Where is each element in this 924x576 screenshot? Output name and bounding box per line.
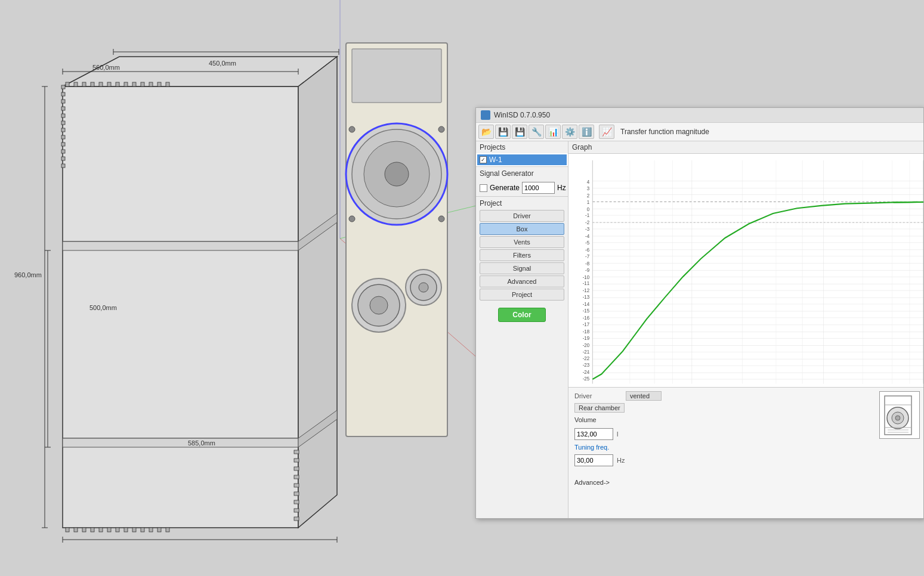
color-button[interactable]: Color	[498, 308, 546, 322]
generate-checkbox-label[interactable]: Generate	[480, 184, 520, 192]
svg-rect-17	[61, 164, 65, 168]
generate-label: Generate	[490, 184, 520, 192]
rear-chamber-row: Rear chamber	[574, 403, 870, 413]
right-panel: Graph	[568, 141, 923, 518]
svg-rect-21	[91, 82, 94, 86]
nav-signal-button[interactable]: Signal	[480, 262, 564, 274]
signal-generator-section: Signal Generator Generate Hz	[476, 166, 568, 196]
nav-vents-button[interactable]: Vents	[480, 236, 564, 248]
svg-rect-15	[61, 150, 65, 153]
svg-rect-36	[107, 528, 111, 532]
svg-rect-46	[294, 467, 299, 470]
svg-point-86	[349, 126, 355, 132]
settings-button[interactable]: ⚙️	[562, 125, 577, 139]
graph-button[interactable]: 📈	[599, 125, 614, 139]
tuning-freq-label: Tuning freq.	[574, 444, 609, 451]
svg-rect-33	[82, 528, 86, 532]
svg-rect-14	[61, 143, 65, 146]
svg-rect-48	[294, 484, 299, 487]
svg-text:-9: -9	[585, 267, 589, 272]
svg-text:-1: -1	[585, 212, 589, 218]
svg-rect-37	[116, 528, 119, 532]
svg-text:50: 50	[821, 386, 827, 387]
svg-point-79	[385, 162, 409, 186]
tool-button-2[interactable]: 📊	[545, 125, 561, 139]
info-button[interactable]: ℹ️	[579, 125, 594, 139]
svg-text:1: 1	[587, 199, 590, 205]
advanced-button[interactable]: Advanced->	[574, 479, 610, 486]
speaker-thumb-svg	[882, 393, 917, 438]
nav-driver-button[interactable]: Driver	[480, 210, 564, 222]
dim-shelf-depth: 500,0mm	[89, 304, 117, 311]
app-icon	[481, 110, 490, 120]
svg-rect-6	[61, 85, 65, 89]
advanced-area: Advanced->	[574, 478, 870, 487]
svg-rect-50	[294, 500, 299, 504]
svg-rect-51	[294, 509, 299, 512]
tuning-freq-input[interactable]	[574, 454, 613, 466]
volume-input[interactable]	[574, 428, 613, 440]
signal-hz-input[interactable]	[522, 182, 555, 194]
dim-width-top: 560,0mm	[92, 64, 120, 71]
save-as-button[interactable]: 💾	[512, 125, 527, 139]
svg-line-169	[894, 202, 923, 203]
svg-point-88	[349, 216, 355, 222]
tool-button-1[interactable]: 🔧	[529, 125, 544, 139]
svg-rect-45	[294, 459, 299, 462]
svg-text:-19: -19	[583, 335, 590, 340]
svg-rect-23	[107, 82, 111, 86]
tuning-freq-value-row: Hz	[574, 454, 870, 466]
svg-rect-9	[61, 107, 65, 110]
svg-rect-52	[294, 517, 299, 521]
svg-rect-7	[61, 92, 65, 96]
svg-text:100: 100	[919, 386, 923, 387]
svg-marker-5	[298, 57, 337, 528]
svg-text:-13: -13	[583, 294, 590, 300]
nav-filters-button[interactable]: Filters	[480, 249, 564, 261]
save-button[interactable]: 💾	[495, 125, 511, 139]
graph-header: Graph	[568, 141, 923, 154]
dim-height: 960,0mm	[14, 271, 42, 278]
details-left: Driver vented Rear chamber Volume l	[568, 388, 876, 518]
svg-rect-40	[141, 528, 144, 532]
svg-rect-42	[157, 528, 161, 532]
svg-rect-41	[149, 528, 153, 532]
svg-rect-18	[66, 82, 69, 86]
svg-text:-5: -5	[585, 240, 589, 246]
open-button[interactable]: 📂	[478, 125, 494, 139]
svg-rect-39	[132, 528, 136, 532]
svg-point-89	[438, 216, 444, 222]
svg-rect-43	[166, 528, 169, 532]
svg-text:2: 2	[587, 192, 590, 198]
nav-advanced-button[interactable]: Advanced	[480, 275, 564, 287]
graph-area: 4 3 2 1 0 -1 -2 -3 -4 -5 -6 -7 -8 -9 -10…	[568, 154, 923, 387]
nav-project-button[interactable]: Project	[480, 289, 564, 301]
svg-text:-24: -24	[583, 369, 590, 375]
volume-row: Volume	[574, 416, 870, 426]
svg-point-85	[419, 283, 428, 292]
dim-bottom-width: 585,0mm	[188, 439, 215, 447]
project-item-w1[interactable]: ✓ W-1	[477, 154, 567, 165]
svg-rect-24	[116, 82, 119, 86]
svg-rect-25	[124, 82, 128, 86]
svg-rect-32	[74, 528, 78, 532]
generate-checkbox[interactable]	[480, 184, 487, 192]
svg-text:-2: -2	[585, 219, 589, 225]
project-nav-header: Project	[480, 199, 564, 210]
svg-point-87	[438, 126, 444, 132]
svg-rect-28	[149, 82, 153, 86]
project-name: W-1	[489, 156, 502, 164]
details-right	[876, 388, 923, 518]
project-checkbox[interactable]: ✓	[480, 156, 487, 163]
nav-box-button[interactable]: Box	[480, 223, 564, 235]
title-bar-text: WinISD 0.7.0.950	[494, 111, 550, 119]
svg-rect-12	[61, 128, 65, 132]
svg-text:-20: -20	[583, 342, 590, 348]
toolbar-label: Transfer function magnitude	[620, 128, 709, 136]
svg-rect-20	[82, 82, 86, 86]
svg-text:-18: -18	[583, 329, 590, 335]
project-nav: Project Driver Box Vents Filters Signal …	[476, 196, 568, 304]
driver-row: Driver vented	[574, 391, 870, 401]
svg-text:4: 4	[587, 179, 590, 185]
speaker-model	[340, 37, 471, 466]
